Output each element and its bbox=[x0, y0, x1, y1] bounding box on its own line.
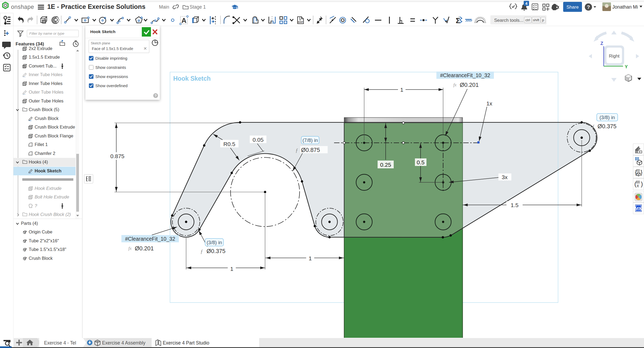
svg-text:ƒ: ƒ bbox=[295, 147, 298, 153]
svg-text:DXF: DXF bbox=[298, 20, 303, 23]
svg-text:0.05: 0.05 bbox=[253, 137, 264, 143]
svg-text:Exercise 4 Part Studio: Exercise 4 Part Studio bbox=[163, 340, 209, 346]
svg-text:#ClearanceFit_10_32: #ClearanceFit_10_32 bbox=[440, 72, 490, 79]
svg-text:Search tools...: Search tools... bbox=[494, 18, 523, 23]
svg-text:ctrl: ctrl bbox=[525, 18, 530, 22]
svg-text:3x: 3x bbox=[502, 174, 508, 180]
svg-text:Ø0.875: Ø0.875 bbox=[301, 147, 320, 153]
svg-text:Y: Y bbox=[625, 64, 628, 69]
svg-text:1x: 1x bbox=[486, 100, 493, 106]
svg-text:?: ? bbox=[587, 4, 590, 10]
svg-text:p: p bbox=[542, 18, 544, 22]
svg-text:1: 1 bbox=[230, 266, 233, 272]
svg-text:Ø0.201: Ø0.201 bbox=[135, 245, 154, 252]
svg-text:Z: Z bbox=[600, 41, 603, 46]
svg-text:(3/8) in: (3/8) in bbox=[207, 240, 222, 245]
svg-text:ƒ: ƒ bbox=[592, 124, 595, 130]
svg-text:1.5: 1.5 bbox=[511, 202, 518, 208]
svg-text:R0.5: R0.5 bbox=[223, 141, 235, 147]
svg-text:0.5: 0.5 bbox=[417, 159, 424, 165]
svg-text:1: 1 bbox=[400, 87, 403, 93]
svg-text:shift: shift bbox=[533, 18, 539, 22]
svg-text:Share: Share bbox=[566, 5, 578, 10]
svg-text:4: 4 bbox=[525, 1, 527, 6]
svg-text:Right: Right bbox=[609, 54, 620, 59]
svg-text:Stage 1: Stage 1 bbox=[190, 4, 206, 10]
svg-text:A: A bbox=[182, 16, 187, 24]
svg-text:#ClearanceFit_10_32: #ClearanceFit_10_32 bbox=[125, 236, 175, 242]
svg-text:(7/8) in: (7/8) in bbox=[302, 137, 318, 143]
svg-text:(3/8) in: (3/8) in bbox=[599, 115, 615, 120]
svg-text:Σ: Σ bbox=[456, 16, 460, 25]
svg-text:Main: Main bbox=[159, 4, 169, 10]
svg-text:fx: fx bbox=[453, 82, 457, 87]
svg-text:Jonathan Mi: Jonathan Mi bbox=[612, 4, 638, 10]
svg-text:ƒ: ƒ bbox=[200, 248, 203, 254]
svg-text:onshape: onshape bbox=[11, 4, 34, 10]
svg-text:Ø0.201: Ø0.201 bbox=[460, 82, 479, 88]
svg-text:Hook Sketch: Hook Sketch bbox=[173, 75, 211, 82]
svg-text:?: ? bbox=[155, 94, 157, 98]
svg-text:1: 1 bbox=[309, 255, 312, 261]
svg-text:Exercise 4 - Tel: Exercise 4 - Tel bbox=[44, 340, 76, 346]
svg-text:0.875: 0.875 bbox=[110, 153, 125, 159]
svg-text:Exercise 4 Assembly: Exercise 4 Assembly bbox=[102, 340, 146, 346]
svg-text:Ø0.375: Ø0.375 bbox=[207, 248, 226, 254]
svg-text:Ø0.375: Ø0.375 bbox=[598, 123, 617, 130]
svg-text:fx: fx bbox=[128, 246, 132, 251]
svg-text:0.25: 0.25 bbox=[380, 162, 391, 168]
